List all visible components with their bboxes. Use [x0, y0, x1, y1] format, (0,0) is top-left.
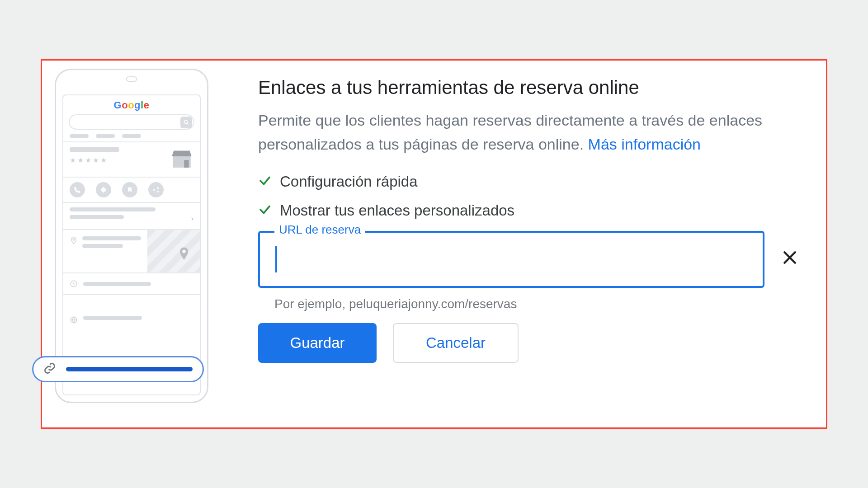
search-icon	[180, 117, 192, 128]
phone-icon	[70, 182, 85, 197]
save-button[interactable]: Guardar	[258, 323, 377, 363]
check-label: Mostrar tus enlaces personalizados	[280, 202, 514, 219]
check-icon	[258, 203, 272, 218]
directions-icon	[96, 182, 111, 197]
check-item-custom-links: Mostrar tus enlaces personalizados	[258, 202, 808, 219]
svg-point-0	[184, 120, 187, 123]
more-info-link[interactable]: Más información	[588, 136, 701, 153]
cancel-button[interactable]: Cancelar	[393, 323, 519, 363]
svg-rect-3	[184, 160, 189, 168]
check-item-quick-setup: Configuración rápida	[258, 173, 808, 190]
phone-illustration: Google ★★★★★	[50, 69, 240, 427]
link-icon	[43, 362, 56, 376]
google-logo: Google	[63, 95, 200, 114]
chevron-right-icon: ›	[191, 215, 193, 223]
check-label: Configuración rápida	[280, 173, 418, 190]
dialog-frame: Google ★★★★★	[41, 59, 827, 429]
share-icon	[148, 182, 164, 197]
field-hint: Por ejemplo, peluqueriajonny.com/reserva…	[274, 297, 808, 311]
svg-marker-4	[172, 150, 192, 156]
svg-point-7	[157, 191, 159, 192]
dialog-description: Permite que los clientes hagan reservas …	[258, 108, 774, 156]
dialog-content: Enlaces a tus herramientas de reserva on…	[240, 69, 808, 427]
svg-line-1	[187, 123, 189, 125]
check-icon	[258, 174, 272, 189]
svg-point-6	[157, 187, 159, 189]
svg-point-5	[153, 189, 155, 191]
field-label: URL de reserva	[274, 223, 365, 237]
map-thumbnail	[147, 230, 200, 272]
reservation-url-field[interactable]: URL de reserva	[258, 231, 764, 288]
dialog-title: Enlaces a tus herramientas de reserva on…	[258, 77, 808, 99]
svg-point-8	[73, 239, 75, 240]
svg-point-9	[182, 250, 185, 253]
clear-field-button[interactable]	[781, 247, 799, 272]
save-place-icon	[122, 182, 137, 197]
link-highlight-pill	[32, 356, 204, 382]
text-cursor	[275, 246, 277, 272]
store-icon	[170, 146, 193, 169]
search-bar-illustration	[69, 114, 194, 130]
